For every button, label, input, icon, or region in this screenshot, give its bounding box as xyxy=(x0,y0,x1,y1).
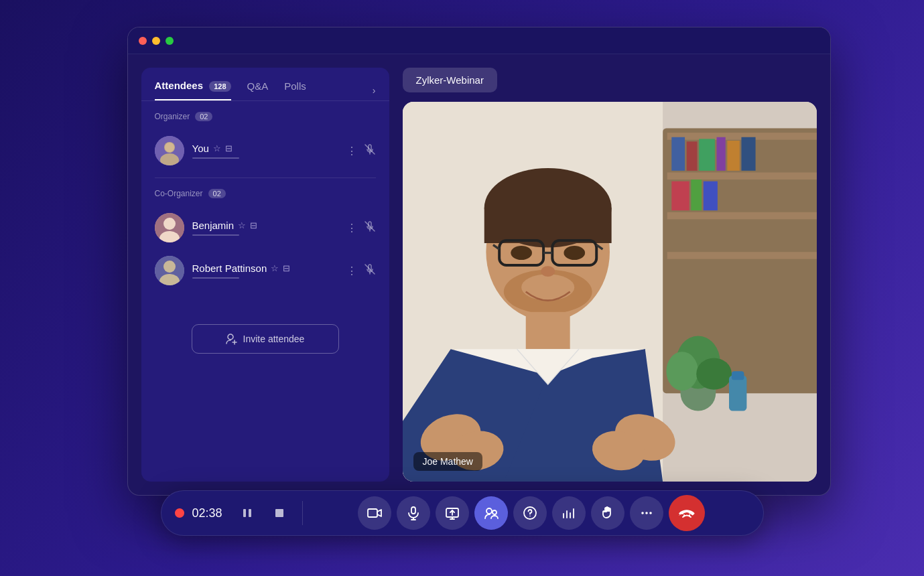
attendee-name-benjamin: Benjamin xyxy=(192,220,235,231)
avatar-robert xyxy=(155,256,184,285)
tabs-arrow[interactable]: › xyxy=(373,85,376,96)
svg-rect-20 xyxy=(716,137,725,171)
svg-point-39 xyxy=(564,246,585,260)
tab-qa[interactable]: Q&A xyxy=(247,80,269,100)
attendee-bar-robert xyxy=(192,277,239,279)
svg-rect-21 xyxy=(727,141,739,171)
end-call-button[interactable] xyxy=(669,495,705,531)
organizer-section-label: Organizer 02 xyxy=(155,112,376,121)
attendee-info-you: You ☆ ⊟ xyxy=(192,143,338,159)
svg-point-5 xyxy=(163,218,176,230)
more-options-robert[interactable]: ⋮ xyxy=(346,265,357,277)
svg-rect-51 xyxy=(275,509,283,517)
attendee-bar-benjamin xyxy=(192,234,239,236)
tabs-bar: Attendees 128 Q&A Polls › xyxy=(141,68,389,100)
video-container: Joe Mathew xyxy=(403,102,817,482)
recording-indicator xyxy=(175,508,184,518)
attendee-row-benjamin: Benjamin ☆ ⊟ ⋮ xyxy=(155,206,376,249)
more-button[interactable] xyxy=(630,496,663,530)
star-icon-benjamin: ☆ xyxy=(238,220,246,230)
timer-display: 02:38 xyxy=(192,506,227,520)
co-organizer-count: 02 xyxy=(208,189,226,198)
add-person-icon xyxy=(226,333,238,345)
close-button[interactable] xyxy=(139,37,147,45)
svg-point-28 xyxy=(666,352,698,390)
titlebar xyxy=(128,27,830,54)
svg-rect-22 xyxy=(741,137,755,171)
organizer-divider xyxy=(155,177,376,178)
attendee-name-row-you: You ☆ ⊟ xyxy=(192,143,338,154)
webinar-title-badge: Zylker-Webinar xyxy=(403,68,497,92)
svg-rect-15 xyxy=(667,212,816,220)
svg-rect-50 xyxy=(249,509,251,517)
participants-button[interactable] xyxy=(474,496,508,530)
minimize-button[interactable] xyxy=(152,37,160,45)
chat-icon-robert: ⊟ xyxy=(283,263,290,273)
svg-point-3 xyxy=(165,143,174,152)
toolbar-left: 02:38 xyxy=(175,501,303,525)
attendee-name-row-robert: Robert Pattinson ☆ ⊟ xyxy=(192,263,338,274)
mic-icon-robert[interactable] xyxy=(364,263,376,278)
svg-point-60 xyxy=(645,512,648,514)
organizer-count: 02 xyxy=(195,112,212,121)
left-panel: Attendees 128 Q&A Polls › Organizer xyxy=(141,68,389,482)
tab-attendees[interactable]: Attendees 128 xyxy=(155,80,231,100)
tab-polls[interactable]: Polls xyxy=(284,80,306,100)
video-name-badge: Joe Mathew xyxy=(413,452,482,471)
more-options-you[interactable]: ⋮ xyxy=(346,145,357,157)
invite-attendee-button[interactable]: Invite attendee xyxy=(192,324,339,354)
microphone-button[interactable] xyxy=(397,496,430,530)
attendee-info-benjamin: Benjamin ☆ ⊟ xyxy=(192,220,338,236)
svg-rect-19 xyxy=(699,139,715,170)
pause-button[interactable] xyxy=(235,501,259,525)
screen-share-button[interactable] xyxy=(436,496,469,530)
svg-rect-14 xyxy=(667,172,816,179)
maximize-button[interactable] xyxy=(166,37,174,45)
camera-button[interactable] xyxy=(358,496,391,530)
mic-icon-you[interactable] xyxy=(364,143,376,158)
svg-point-8 xyxy=(163,261,176,273)
attendee-row-you: You ☆ ⊟ ⋮ xyxy=(155,129,376,172)
presenter-visual xyxy=(403,102,817,482)
svg-rect-52 xyxy=(368,509,377,517)
attendee-name-robert: Robert Pattinson xyxy=(192,263,267,274)
svg-rect-31 xyxy=(731,371,743,380)
attendee-name-row-benjamin: Benjamin ☆ ⊟ xyxy=(192,220,338,231)
svg-point-56 xyxy=(492,510,497,514)
panel-body: Organizer 02 xyxy=(141,101,389,378)
chat-icon-you: ⊟ xyxy=(225,143,233,153)
svg-point-61 xyxy=(649,512,652,514)
window-content: Attendees 128 Q&A Polls › Organizer xyxy=(128,54,830,495)
traffic-lights xyxy=(139,37,174,45)
chat-icon-benjamin: ⊟ xyxy=(250,220,257,230)
qa-button[interactable] xyxy=(513,496,547,530)
attendees-count: 128 xyxy=(209,81,230,92)
attendee-info-robert: Robert Pattinson ☆ ⊟ xyxy=(192,263,338,279)
reactions-button[interactable] xyxy=(591,496,624,530)
co-organizer-section-label: Co-Organizer 02 xyxy=(155,189,376,198)
svg-rect-17 xyxy=(671,137,685,171)
svg-rect-16 xyxy=(667,252,816,259)
svg-point-41 xyxy=(521,274,574,301)
svg-point-59 xyxy=(641,512,644,514)
main-window: Attendees 128 Q&A Polls › Organizer xyxy=(127,27,831,496)
right-panel: Zylker-Webinar xyxy=(403,68,817,482)
attendee-name-you: You xyxy=(192,143,209,154)
mic-icon-benjamin[interactable] xyxy=(364,220,376,235)
svg-rect-18 xyxy=(686,141,697,171)
avatar-you xyxy=(155,136,184,165)
app-container: Attendees 128 Q&A Polls › Organizer xyxy=(94,27,831,549)
attendee-actions-you: ⋮ xyxy=(346,143,376,158)
attendee-actions-robert: ⋮ xyxy=(346,263,376,278)
analytics-button[interactable] xyxy=(552,496,586,530)
svg-point-38 xyxy=(511,246,532,260)
svg-point-10 xyxy=(228,334,233,340)
star-icon-you: ☆ xyxy=(213,143,221,153)
svg-rect-53 xyxy=(411,507,415,514)
toolbar: 02:38 xyxy=(161,490,764,536)
presenter-svg xyxy=(403,102,817,482)
svg-rect-30 xyxy=(729,376,746,411)
svg-rect-49 xyxy=(243,509,246,517)
more-options-benjamin[interactable]: ⋮ xyxy=(346,222,357,234)
stop-button[interactable] xyxy=(267,501,291,525)
